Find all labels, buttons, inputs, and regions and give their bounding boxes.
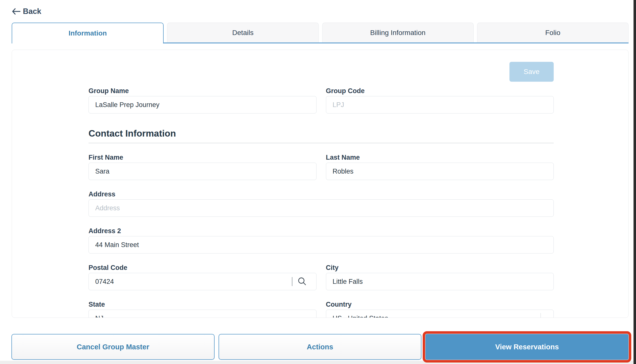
back-button[interactable]: Back [12, 7, 41, 16]
tab-bar: Information Details Billing Information … [12, 22, 628, 44]
state-field: State [89, 301, 317, 318]
state-input[interactable] [89, 310, 317, 318]
city-input[interactable] [326, 273, 554, 290]
tab-billing-information-label: Billing Information [370, 29, 426, 37]
group-name-input[interactable] [89, 96, 317, 114]
tab-billing-information[interactable]: Billing Information [322, 22, 474, 42]
actions-button[interactable]: Actions [219, 334, 422, 360]
postal-input-divider [292, 277, 292, 286]
group-code-field: Group Code [326, 87, 554, 114]
country-select-divider [541, 313, 541, 318]
group-name-label: Group Name [89, 87, 317, 94]
address2-label: Address 2 [89, 227, 554, 235]
view-reservations-button[interactable]: View Reservations [426, 334, 628, 360]
back-label: Back [23, 7, 41, 16]
state-label: State [89, 301, 317, 308]
first-name-label: First Name [89, 154, 317, 161]
tab-information[interactable]: Information [12, 22, 164, 44]
last-name-field: Last Name [326, 154, 554, 180]
last-name-input[interactable] [326, 163, 554, 180]
save-button[interactable]: Save [509, 62, 554, 82]
tab-details-label: Details [232, 29, 254, 37]
country-label: Country [326, 301, 554, 308]
information-panel: Save Group Name Group Code Contact Infor… [12, 50, 628, 318]
group-code-label: Group Code [326, 87, 554, 94]
tab-information-label: Information [69, 29, 107, 37]
address2-field: Address 2 [89, 227, 554, 254]
bottom-strip [0, 361, 633, 364]
screen-right-dark-edge [633, 0, 636, 364]
address-field: Address [89, 190, 554, 217]
tab-details[interactable]: Details [167, 22, 318, 42]
search-icon[interactable] [297, 276, 307, 286]
first-name-input[interactable] [89, 163, 317, 180]
group-name-field: Group Name [89, 87, 317, 114]
city-label: City [326, 264, 554, 272]
postal-code-label: Postal Code [89, 264, 317, 272]
section-divider [89, 143, 554, 143]
back-arrow-icon [12, 8, 20, 15]
first-name-field: First Name [89, 154, 317, 180]
address-label: Address [89, 190, 554, 198]
postal-code-input[interactable] [89, 273, 317, 290]
country-select[interactable] [326, 310, 554, 318]
group-code-input[interactable] [326, 96, 554, 114]
contact-information-heading: Contact Information [89, 128, 554, 139]
address2-input[interactable] [89, 236, 554, 254]
cancel-group-master-button[interactable]: Cancel Group Master [12, 334, 215, 360]
last-name-label: Last Name [326, 154, 554, 161]
country-field: Country [326, 301, 554, 318]
footer-actions: Cancel Group Master Actions View Reserva… [12, 334, 628, 360]
tab-folio[interactable]: Folio [477, 22, 628, 42]
tab-folio-label: Folio [545, 29, 560, 37]
postal-code-field: Postal Code [89, 264, 317, 290]
city-field: City [326, 264, 554, 290]
address-input[interactable] [89, 200, 554, 217]
